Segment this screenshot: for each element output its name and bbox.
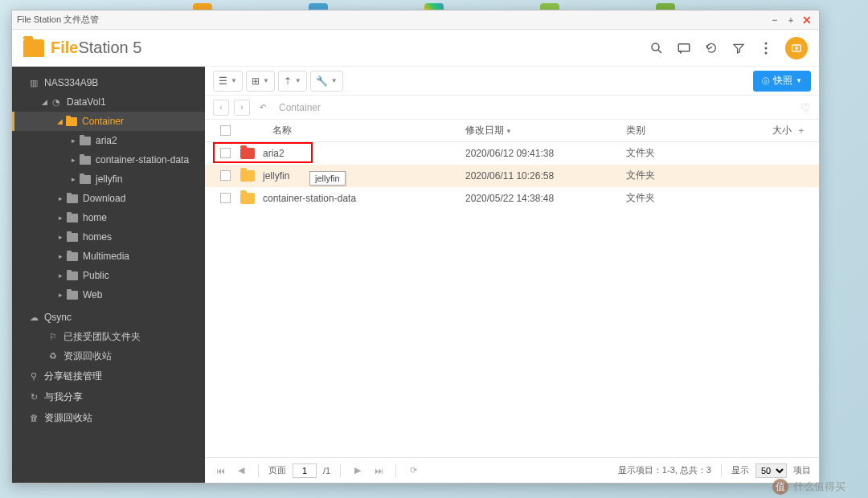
file-name: container-station-data: [263, 193, 356, 204]
tooltip: jellyfin: [309, 171, 346, 186]
add-column-button[interactable]: +: [792, 125, 811, 137]
tree-folder[interactable]: ▸homes: [12, 227, 205, 247]
cast-icon[interactable]: [676, 40, 692, 56]
folder-icon: [80, 137, 91, 145]
table-row[interactable]: aria2 2020/06/12 09:41:38 文件夹: [205, 142, 819, 165]
tree-folder[interactable]: ▸Public: [12, 266, 205, 285]
file-type: 文件夹: [626, 169, 747, 182]
row-checkbox[interactable]: [220, 193, 231, 203]
app-title: FileStation 5: [51, 39, 141, 57]
filestation-window: File Station 文件总管 − + ✕ FileStation 5 ▥ …: [11, 10, 820, 484]
nas-icon: ▥: [28, 78, 39, 88]
page-label: 页面: [268, 464, 286, 476]
undo-button[interactable]: ↶: [255, 100, 271, 116]
appbar-actions: [649, 37, 808, 59]
expand-arrow-icon: ◢: [55, 117, 64, 125]
svg-rect-2: [678, 43, 690, 51]
file-date: 2020/06/11 10:26:58: [465, 170, 626, 182]
tree-qsync-item[interactable]: ♻资源回收站: [12, 346, 205, 365]
main-panel: ☰▼ ⊞▼ ⇡▼ 🔧▼ ⦾ 快照 ▼ ‹ › ↶ Container ♡: [205, 67, 819, 483]
tree-root[interactable]: ▥ NAS334A9B: [12, 73, 205, 92]
reload-button[interactable]: ⟳: [406, 463, 420, 478]
view-mode-button[interactable]: ☰▼: [213, 71, 243, 92]
col-type[interactable]: 类别: [626, 124, 747, 137]
page-input[interactable]: [293, 463, 317, 478]
folder-icon: [240, 170, 255, 182]
file-type: 文件夹: [626, 191, 747, 205]
action-button[interactable]: 🔧▼: [310, 71, 343, 92]
close-button[interactable]: ✕: [800, 14, 814, 27]
app-body: ▥ NAS334A9B ◢ ◔ DataVol1 ◢ Container ▸ a…: [12, 67, 819, 483]
row-checkbox[interactable]: [220, 148, 231, 158]
total-pages: /1: [323, 466, 330, 476]
add-folder-icon: ⊞: [252, 76, 260, 87]
row-checkbox[interactable]: [220, 170, 231, 181]
collapse-arrow-icon: ▸: [55, 252, 65, 260]
tree-qsync[interactable]: ☁ Qsync: [12, 308, 205, 327]
search-icon[interactable]: [649, 40, 665, 56]
tree-folder[interactable]: ▸Multimedia: [12, 247, 205, 266]
last-page-button[interactable]: ⏭: [371, 463, 386, 478]
more-icon[interactable]: [758, 40, 774, 56]
file-type: 文件夹: [626, 146, 747, 160]
minimize-button[interactable]: −: [768, 14, 782, 27]
refresh-icon[interactable]: [703, 40, 719, 56]
col-size[interactable]: 大小: [747, 124, 792, 137]
breadcrumb[interactable]: Container: [279, 102, 321, 113]
back-button[interactable]: ‹: [213, 100, 229, 116]
file-date: 2020/05/22 14:38:48: [465, 193, 626, 204]
tree-folder[interactable]: ▸home: [12, 208, 205, 227]
forward-button[interactable]: ›: [234, 100, 250, 116]
tree-folder[interactable]: ▸Web: [12, 285, 205, 304]
nav-share-links[interactable]: ⚲分享链接管理: [12, 365, 205, 386]
next-page-button[interactable]: ▶: [350, 463, 365, 478]
collapse-arrow-icon: ▸: [55, 233, 65, 241]
snapshot-button[interactable]: ⦾ 快照 ▼: [753, 71, 811, 92]
tree-folder[interactable]: ▸ jellyfin: [12, 169, 205, 189]
tree-folder-container[interactable]: ◢ Container: [12, 112, 205, 131]
chevron-down-icon: ▼: [231, 77, 237, 84]
nav-recycle[interactable]: 🗑资源回收站: [12, 407, 205, 428]
trash-icon: 🗑: [28, 413, 39, 422]
favorite-icon[interactable]: ♡: [800, 101, 811, 114]
chevron-down-icon: ▼: [295, 77, 301, 84]
upload-button[interactable]: ⇡▼: [278, 71, 307, 92]
tree-folder[interactable]: ▸ container-station-data: [12, 150, 205, 169]
collapse-arrow-icon: ▸: [55, 291, 65, 299]
tree-qsync-item[interactable]: ⚐已接受团队文件夹: [12, 327, 205, 346]
create-button[interactable]: ⊞▼: [246, 71, 275, 92]
folder-icon: [67, 233, 78, 242]
col-date[interactable]: 修改日期▼: [465, 124, 626, 137]
showing-text: 显示项目：1-3, 总共：3: [618, 464, 711, 476]
first-page-button[interactable]: ⏮: [213, 463, 227, 478]
file-name: jellyfin: [263, 170, 289, 182]
remote-mount-icon[interactable]: [785, 37, 808, 59]
folder-icon: [80, 156, 91, 165]
svg-point-5: [765, 47, 768, 49]
chevron-down-icon: ▼: [796, 77, 802, 84]
tree-folder[interactable]: ▸ aria2: [12, 131, 205, 150]
table-row[interactable]: jellyfin 2020/06/11 10:26:58 文件夹: [205, 165, 819, 187]
filter-icon[interactable]: [731, 40, 747, 56]
share-icon: ⚲: [28, 371, 39, 382]
chevron-down-icon: ▼: [331, 77, 338, 84]
window-titlebar: File Station 文件总管 − + ✕: [12, 10, 819, 30]
maximize-button[interactable]: +: [784, 14, 798, 27]
prev-page-button[interactable]: ◀: [234, 463, 248, 478]
camera-icon: ⦾: [762, 76, 770, 87]
tree-folder[interactable]: ▸Download: [12, 189, 205, 208]
collapse-arrow-icon: ▸: [68, 137, 78, 145]
svg-point-4: [765, 42, 768, 44]
col-name[interactable]: 名称: [237, 124, 465, 137]
collapse-arrow-icon: ▸: [55, 194, 65, 202]
table-row[interactable]: container-station-data 2020/05/22 14:38:…: [205, 187, 819, 210]
per-page-select[interactable]: 50: [755, 463, 787, 478]
window-title: File Station 文件总管: [17, 14, 99, 26]
file-name: aria2: [263, 148, 285, 159]
svg-line-1: [658, 50, 661, 53]
select-all-checkbox[interactable]: [220, 125, 231, 136]
display-label: 显示: [731, 464, 749, 476]
tree-volume[interactable]: ◢ ◔ DataVol1: [12, 92, 205, 112]
file-date: 2020/06/12 09:41:38: [465, 148, 626, 159]
nav-shared-with-me[interactable]: ↻与我分享: [12, 386, 205, 407]
